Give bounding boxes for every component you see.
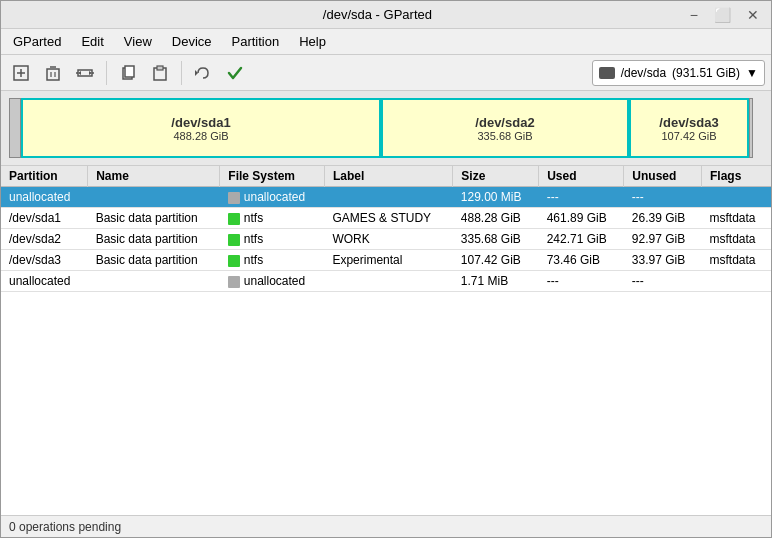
table-row[interactable]: unallocatedunallocated1.71 MiB------: [1, 271, 771, 292]
cell-used: ---: [539, 187, 624, 208]
cell-size: 1.71 MiB: [453, 271, 539, 292]
cell-label: GAMES & STUDY: [324, 208, 452, 229]
col-filesystem: File System: [220, 166, 325, 187]
statusbar: 0 operations pending: [1, 515, 771, 537]
cell-partition: /dev/sda1: [1, 208, 88, 229]
table-body: unallocatedunallocated129.00 MiB------/d…: [1, 187, 771, 292]
cell-flags: [701, 271, 771, 292]
window-controls: − ⬜ ✕: [686, 7, 763, 23]
cell-name: Basic data partition: [88, 229, 220, 250]
copy-partition-button[interactable]: [114, 59, 142, 87]
pv-sda1-size: 488.28 GiB: [173, 130, 228, 142]
table-row[interactable]: unallocatedunallocated129.00 MiB------: [1, 187, 771, 208]
col-size: Size: [453, 166, 539, 187]
status-text: 0 operations pending: [9, 520, 121, 534]
table-row[interactable]: /dev/sda3Basic data partitionntfsExperim…: [1, 250, 771, 271]
cell-label: [324, 271, 452, 292]
cell-name: Basic data partition: [88, 208, 220, 229]
menu-device[interactable]: Device: [164, 32, 220, 51]
toolbar-separator-2: [181, 61, 182, 85]
cell-name: [88, 271, 220, 292]
cell-filesystem: ntfs: [220, 250, 325, 271]
pv-sda2-name: /dev/sda2: [475, 115, 534, 130]
device-dropdown-icon: ▼: [746, 66, 758, 80]
partition-visual-sda3[interactable]: /dev/sda3 107.42 GiB: [629, 98, 749, 158]
cell-unused: 33.97 GiB: [624, 250, 702, 271]
apply-button[interactable]: [221, 59, 249, 87]
partition-visual-sda2[interactable]: /dev/sda2 335.68 GiB: [381, 98, 629, 158]
unalloc-right-visual: [749, 98, 753, 158]
col-flags: Flags: [701, 166, 771, 187]
cell-used: ---: [539, 271, 624, 292]
maximize-button[interactable]: ⬜: [710, 7, 735, 23]
cell-used: 242.71 GiB: [539, 229, 624, 250]
menubar: GParted Edit View Device Partition Help: [1, 29, 771, 55]
col-label: Label: [324, 166, 452, 187]
cell-filesystem: ntfs: [220, 229, 325, 250]
menu-partition[interactable]: Partition: [224, 32, 288, 51]
cell-partition: unallocated: [1, 187, 88, 208]
partition-visual: /dev/sda1 488.28 GiB /dev/sda2 335.68 Gi…: [1, 91, 771, 166]
cell-name: [88, 187, 220, 208]
table-row[interactable]: /dev/sda2Basic data partitionntfsWORK335…: [1, 229, 771, 250]
cell-size: 107.42 GiB: [453, 250, 539, 271]
new-partition-button[interactable]: [7, 59, 35, 87]
device-icon: [599, 67, 615, 79]
col-name: Name: [88, 166, 220, 187]
device-selector[interactable]: /dev/sda (931.51 GiB) ▼: [592, 60, 765, 86]
toolbar-separator-1: [106, 61, 107, 85]
delete-partition-button[interactable]: [39, 59, 67, 87]
cell-filesystem: ntfs: [220, 208, 325, 229]
minimize-button[interactable]: −: [686, 7, 702, 23]
cell-unused: ---: [624, 271, 702, 292]
cell-flags: [701, 187, 771, 208]
table-row[interactable]: /dev/sda1Basic data partitionntfsGAMES &…: [1, 208, 771, 229]
cell-size: 335.68 GiB: [453, 229, 539, 250]
unalloc-left-visual: [9, 98, 21, 158]
cell-partition: /dev/sda3: [1, 250, 88, 271]
svg-rect-13: [125, 66, 134, 77]
cell-size: 129.00 MiB: [453, 187, 539, 208]
pv-sda3-size: 107.42 GiB: [661, 130, 716, 142]
cell-partition: unallocated: [1, 271, 88, 292]
cell-unused: ---: [624, 187, 702, 208]
cell-used: 73.46 GiB: [539, 250, 624, 271]
menu-view[interactable]: View: [116, 32, 160, 51]
undo-button[interactable]: [189, 59, 217, 87]
cell-name: Basic data partition: [88, 250, 220, 271]
cell-flags: msftdata: [701, 229, 771, 250]
window-title: /dev/sda - GParted: [69, 7, 686, 22]
fs-icon: [228, 192, 240, 204]
cell-label: [324, 187, 452, 208]
cell-filesystem: unallocated: [220, 187, 325, 208]
partitions-data-table: Partition Name File System Label Size Us…: [1, 166, 771, 292]
device-size: (931.51 GiB): [672, 66, 740, 80]
toolbar: /dev/sda (931.51 GiB) ▼: [1, 55, 771, 91]
cell-filesystem: unallocated: [220, 271, 325, 292]
cell-unused: 92.97 GiB: [624, 229, 702, 250]
cell-label: WORK: [324, 229, 452, 250]
partition-visual-sda1[interactable]: /dev/sda1 488.28 GiB: [21, 98, 381, 158]
menu-edit[interactable]: Edit: [73, 32, 111, 51]
cell-flags: msftdata: [701, 250, 771, 271]
menu-help[interactable]: Help: [291, 32, 334, 51]
cell-label: Experimental: [324, 250, 452, 271]
cell-used: 461.89 GiB: [539, 208, 624, 229]
pv-sda1-name: /dev/sda1: [171, 115, 230, 130]
fs-icon: [228, 255, 240, 267]
pv-sda3-name: /dev/sda3: [659, 115, 718, 130]
col-used: Used: [539, 166, 624, 187]
partition-table: Partition Name File System Label Size Us…: [1, 166, 771, 515]
col-partition: Partition: [1, 166, 88, 187]
fs-icon: [228, 276, 240, 288]
svg-rect-3: [47, 69, 59, 80]
fs-icon: [228, 234, 240, 246]
resize-partition-button[interactable]: [71, 59, 99, 87]
menu-gparted[interactable]: GParted: [5, 32, 69, 51]
fs-icon: [228, 213, 240, 225]
titlebar: /dev/sda - GParted − ⬜ ✕: [1, 1, 771, 29]
device-name: /dev/sda: [621, 66, 666, 80]
paste-partition-button[interactable]: [146, 59, 174, 87]
close-button[interactable]: ✕: [743, 7, 763, 23]
cell-size: 488.28 GiB: [453, 208, 539, 229]
